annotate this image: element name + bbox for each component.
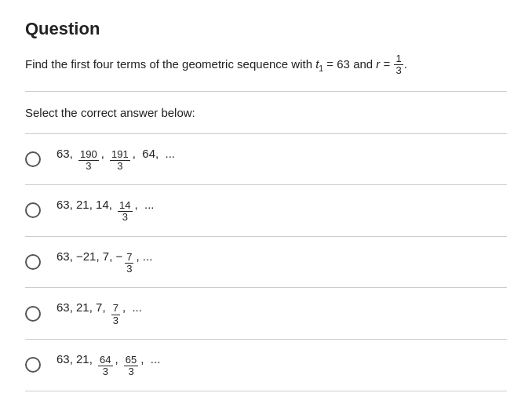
option-c[interactable]: 63, −21, 7, −73, ...	[25, 237, 507, 289]
option-b-text: 63, 21, 14, 143, ...	[56, 198, 155, 224]
radio-b[interactable]	[25, 202, 41, 218]
option-b[interactable]: 63, 21, 14, 143, ...	[25, 185, 507, 237]
question-body: Find the first four terms of the geometr…	[25, 57, 407, 71]
option-d-text: 63, 21, 7, 73, ...	[56, 300, 142, 326]
option-a[interactable]: 63, 1903, 1913, 64, ...	[25, 133, 507, 186]
option-d[interactable]: 63, 21, 7, 73, ...	[25, 288, 507, 340]
radio-a[interactable]	[25, 151, 41, 167]
option-e[interactable]: 63, 21, 643, 653, ...	[25, 340, 507, 391]
question-text: Find the first four terms of the geometr…	[25, 53, 507, 92]
option-c-text: 63, −21, 7, −73, ...	[56, 249, 152, 275]
radio-c[interactable]	[25, 254, 41, 270]
instruction-text: Select the correct answer below:	[25, 106, 507, 119]
option-e-text: 63, 21, 643, 653, ...	[56, 352, 160, 378]
page-title: Question	[25, 19, 507, 39]
radio-e[interactable]	[25, 357, 41, 373]
option-a-text: 63, 1903, 1913, 64, ...	[56, 147, 175, 173]
options-list: 63, 1903, 1913, 64, ... 63, 21, 14, 143,…	[25, 133, 507, 391]
radio-d[interactable]	[25, 306, 41, 322]
